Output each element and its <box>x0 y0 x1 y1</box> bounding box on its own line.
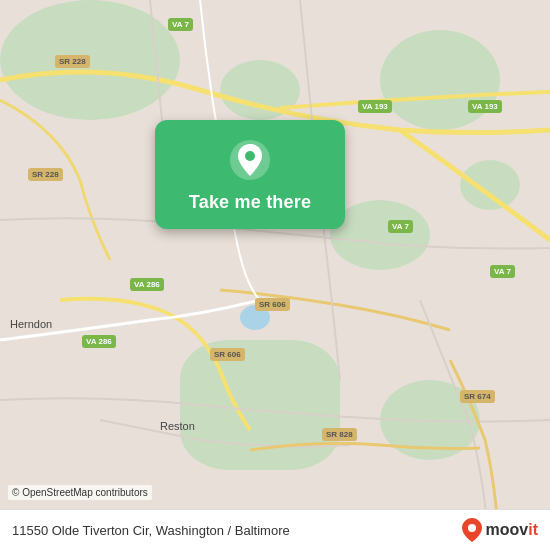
moovit-logo: moovit <box>462 518 538 542</box>
road-layer <box>0 0 550 550</box>
route-shield-sr606-bot: SR 606 <box>210 348 245 361</box>
moovit-name-text: moovit <box>486 521 538 539</box>
osm-attribution: © OpenStreetMap contributors <box>8 485 152 500</box>
location-pin-icon <box>228 138 272 182</box>
route-shield-sr674: SR 674 <box>460 390 495 403</box>
route-shield-va286-top: VA 286 <box>130 278 164 291</box>
bottom-bar: 11550 Olde Tiverton Cir, Washington / Ba… <box>0 509 550 550</box>
route-shield-va7-top: VA 7 <box>168 18 193 31</box>
moovit-it-text: it <box>528 521 538 538</box>
route-shield-va7-mid: VA 7 <box>388 220 413 233</box>
route-shield-va193-2: VA 193 <box>468 100 502 113</box>
city-label-reston: Reston <box>160 420 195 432</box>
location-card: Take me there <box>155 120 345 229</box>
route-shield-va286-bot: VA 286 <box>82 335 116 348</box>
city-label-herndon: Herndon <box>10 318 52 330</box>
route-shield-va193-1: VA 193 <box>358 100 392 113</box>
moovit-pin-icon <box>462 518 482 542</box>
route-shield-sr228-top: SR 228 <box>55 55 90 68</box>
route-shield-sr228-left: SR 228 <box>28 168 63 181</box>
svg-point-1 <box>245 151 255 161</box>
map-container: VA 7 SR 228 VA 193 VA 193 SR 228 VA 7 VA… <box>0 0 550 550</box>
address-text: 11550 Olde Tiverton Cir, Washington / Ba… <box>12 523 290 538</box>
osm-attribution-text: © OpenStreetMap contributors <box>12 487 148 498</box>
take-me-there-button[interactable]: Take me there <box>189 192 311 213</box>
route-shield-sr828: SR 828 <box>322 428 357 441</box>
route-shield-va7-right: VA 7 <box>490 265 515 278</box>
route-shield-sr606-mid: SR 606 <box>255 298 290 311</box>
svg-point-2 <box>468 524 476 532</box>
